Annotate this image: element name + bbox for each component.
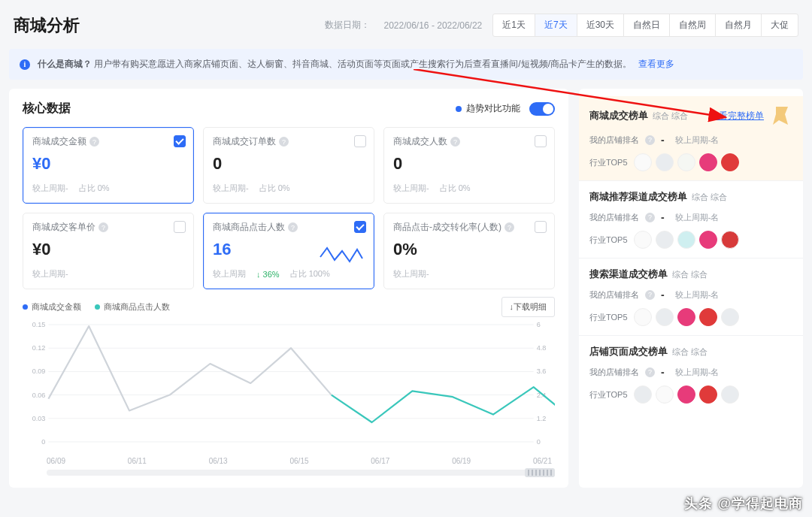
- shop-avatar[interactable]: [699, 153, 717, 171]
- rank-subtag: 综合 综合: [653, 110, 688, 122]
- svg-text:0: 0: [41, 438, 45, 446]
- download-button[interactable]: ↓下载明细: [501, 297, 556, 317]
- legend-series-b[interactable]: 商城商品点击人数: [95, 301, 170, 313]
- metric-title: 商品点击-成交转化率(人数): [393, 221, 545, 234]
- my-rank-label: 我的店铺排名: [589, 289, 639, 301]
- shop-avatar[interactable]: [699, 308, 717, 326]
- metric-value: 0: [213, 154, 365, 174]
- range-tab[interactable]: 自然日: [624, 14, 670, 36]
- svg-text:0.06: 0.06: [32, 392, 46, 399]
- metric-card[interactable]: 商城成交金额 ¥0 较上周期-占比 0%: [23, 127, 194, 204]
- metric-card[interactable]: 商城成交订单数 0 较上周期-占比 0%: [203, 127, 374, 204]
- x-tick: 06/13: [209, 457, 228, 465]
- rank-panel: 商城成交榜单 综合 综合 查看完整榜单 我的店铺排名 - 较上周期-名 行业TO…: [579, 89, 803, 488]
- metric-title: 商城成交人数: [393, 135, 545, 148]
- shop-avatar[interactable]: [677, 153, 695, 171]
- info-banner: 什么是商城？ 用户带有购买意愿进入商家店铺页面、达人橱窗、抖音商城、活动页面等页…: [9, 49, 803, 80]
- my-rank-value: -: [661, 289, 665, 301]
- shop-avatar[interactable]: [677, 308, 695, 326]
- banner-more-link[interactable]: 查看更多: [638, 59, 674, 69]
- metric-checkbox[interactable]: [535, 221, 547, 233]
- metric-checkbox[interactable]: [535, 135, 547, 147]
- metric-checkbox[interactable]: [174, 221, 186, 233]
- top5-label: 行业TOP5: [589, 234, 628, 246]
- core-title: 核心数据: [23, 101, 456, 116]
- rank-subtag: 综合 综合: [692, 192, 727, 203]
- shop-avatar[interactable]: [656, 308, 674, 326]
- metric-sub: 较上周期-: [393, 268, 545, 280]
- range-tab[interactable]: 近7天: [535, 14, 577, 36]
- shop-avatar[interactable]: [721, 231, 739, 249]
- shop-avatar[interactable]: [634, 385, 652, 404]
- metric-checkbox[interactable]: [354, 221, 366, 233]
- shop-avatar[interactable]: [721, 385, 739, 404]
- metric-sub: 较上周期-占比 0%: [32, 183, 184, 194]
- metric-checkbox[interactable]: [354, 135, 366, 147]
- trend-toggle[interactable]: 趋势对比功能: [456, 102, 555, 116]
- range-tab[interactable]: 大促: [762, 14, 798, 36]
- metric-card[interactable]: 商品点击-成交转化率(人数) 0% 较上周期-: [383, 213, 555, 289]
- shop-avatar[interactable]: [656, 231, 674, 249]
- help-icon[interactable]: [288, 222, 298, 232]
- range-tab[interactable]: 近1天: [493, 14, 535, 36]
- range-tab[interactable]: 自然月: [716, 14, 762, 36]
- x-tick: 06/17: [371, 457, 389, 465]
- full-rank-link[interactable]: 查看完整榜单: [710, 110, 764, 122]
- rank-subtag: 综合 综合: [672, 269, 707, 280]
- metric-title: 商城成交金额: [32, 135, 184, 148]
- shop-avatar[interactable]: [721, 308, 739, 326]
- metric-card[interactable]: 商城商品点击人数 16 较上周期↓ 36%占比 100%: [203, 213, 374, 289]
- svg-text:1.2: 1.2: [537, 415, 547, 422]
- help-icon[interactable]: [645, 367, 655, 377]
- legend-series-a[interactable]: 商城成交金额: [23, 301, 81, 313]
- rank-title: 商城推荐渠道成交榜单: [589, 190, 687, 204]
- metric-card[interactable]: 商城成交人数 0 较上周期-占比 0%: [383, 127, 555, 204]
- my-rank-compare: 较上周期-名: [675, 212, 720, 223]
- shop-avatar[interactable]: [721, 153, 739, 171]
- medal-icon: [771, 105, 792, 126]
- range-tab[interactable]: 近30天: [577, 14, 624, 36]
- shop-avatar[interactable]: [677, 385, 695, 404]
- shop-avatar[interactable]: [656, 153, 674, 171]
- my-rank-value: -: [661, 134, 665, 146]
- shop-avatar[interactable]: [634, 231, 652, 249]
- top5-label: 行业TOP5: [589, 389, 628, 401]
- core-panel: 核心数据 趋势对比功能 商城成交金额 ¥0 较上周期-占比 0% 商城成交订单数…: [9, 89, 568, 488]
- help-icon[interactable]: [279, 137, 289, 147]
- shop-avatar[interactable]: [699, 385, 717, 404]
- metric-checkbox[interactable]: [174, 135, 186, 147]
- x-tick: 06/09: [47, 457, 65, 465]
- rank-block: 商城推荐渠道成交榜单 综合 综合 我的店铺排名 - 较上周期-名 行业TOP5: [579, 181, 803, 258]
- help-icon[interactable]: [504, 222, 514, 232]
- my-rank-value: -: [661, 366, 665, 378]
- help-icon[interactable]: [645, 213, 655, 222]
- svg-text:4.8: 4.8: [537, 344, 547, 352]
- help-icon[interactable]: [89, 137, 99, 147]
- help-icon[interactable]: [645, 290, 655, 300]
- shop-avatar[interactable]: [656, 385, 674, 404]
- svg-text:0.03: 0.03: [32, 415, 46, 422]
- sparkline: [320, 243, 363, 266]
- help-icon[interactable]: [450, 137, 460, 147]
- banner-question: 什么是商城？: [38, 59, 92, 69]
- x-tick: 06/11: [128, 457, 147, 465]
- range-tab[interactable]: 自然周: [670, 14, 716, 36]
- svg-text:3.6: 3.6: [537, 367, 547, 375]
- metric-card[interactable]: 商城成交客单价 ¥0 较上周期-: [23, 213, 194, 289]
- date-label: 数据日期：: [325, 19, 370, 32]
- shop-avatar[interactable]: [677, 231, 695, 249]
- shop-avatar[interactable]: [634, 308, 652, 326]
- toggle-on-icon[interactable]: [529, 102, 555, 116]
- top5-label: 行业TOP5: [589, 312, 628, 323]
- help-icon[interactable]: [98, 222, 108, 232]
- scrollbar-handle[interactable]: [525, 468, 555, 477]
- svg-text:0: 0: [537, 438, 541, 446]
- chart-scrollbar[interactable]: [47, 470, 555, 476]
- my-rank-compare: 较上周期-名: [675, 367, 720, 378]
- shop-avatar[interactable]: [634, 153, 652, 171]
- help-icon[interactable]: [645, 135, 655, 145]
- date-range[interactable]: 2022/06/16 - 2022/06/22: [383, 20, 482, 31]
- metric-value: 0%: [393, 240, 545, 259]
- shop-avatar[interactable]: [699, 231, 717, 249]
- rank-title: 搜索渠道成交榜单: [589, 268, 668, 281]
